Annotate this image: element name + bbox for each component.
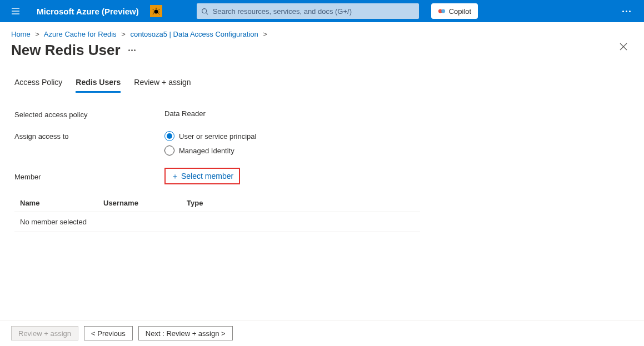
svg-point-3 (154, 9, 158, 13)
radio-label: Managed Identity (179, 147, 234, 155)
table-header: Name Username Type (14, 194, 420, 212)
chevron-right-icon: > (35, 30, 39, 38)
select-member-label: Select member (181, 172, 233, 180)
radio-label: User or service principal (179, 132, 256, 141)
svg-line-12 (206, 12, 208, 14)
row-assign-access: Assign access to User or service princip… (14, 131, 630, 156)
menu-icon[interactable] (4, 0, 27, 22)
label-member: Member (14, 172, 164, 181)
tab-access-policy[interactable]: Access Policy (14, 74, 62, 93)
col-header-name: Name (20, 199, 103, 207)
title-overflow-icon[interactable] (128, 49, 136, 51)
radio-icon (164, 131, 174, 141)
tab-review-assign[interactable]: Review + assign (134, 74, 191, 93)
close-icon[interactable] (620, 43, 627, 52)
value-selected-policy: Data Reader (164, 109, 206, 119)
breadcrumb-home[interactable]: Home (11, 30, 31, 38)
col-header-type: Type (187, 199, 415, 207)
next-button[interactable]: Next : Review + assign > (138, 326, 233, 340)
breadcrumb-resource[interactable]: contosoza5 | Data Access Configuration (130, 30, 258, 38)
svg-point-11 (202, 8, 206, 13)
copilot-button[interactable]: Copilot (431, 3, 478, 19)
members-table: Name Username Type No member selected (14, 194, 420, 232)
breadcrumb-cache[interactable]: Azure Cache for Redis (44, 30, 117, 38)
page-title-row: New Redis User (0, 39, 644, 74)
search-input-wrapper[interactable] (197, 3, 419, 19)
svg-line-9 (153, 13, 154, 14)
empty-state-text: No member selected (20, 218, 87, 226)
topbar: Microsoft Azure (Preview) Copilot (0, 0, 644, 22)
col-header-username: Username (103, 199, 187, 207)
page-title: New Redis User (11, 42, 121, 59)
plus-icon: ＋ (171, 172, 179, 180)
footer-bar: Review + assign < Previous Next : Review… (0, 320, 644, 346)
svg-line-5 (153, 9, 154, 11)
svg-point-14 (441, 9, 445, 13)
label-selected-policy: Selected access policy (14, 109, 164, 119)
svg-line-6 (158, 9, 159, 11)
chevron-right-icon: > (121, 30, 126, 38)
radio-group-assign: User or service principal Managed Identi… (164, 131, 256, 156)
svg-line-10 (158, 13, 159, 14)
tab-strip: Access Policy Redis Users Review + assig… (0, 74, 644, 93)
review-assign-button: Review + assign (11, 326, 78, 340)
copilot-icon (438, 7, 446, 15)
overflow-icon[interactable] (615, 0, 637, 22)
radio-managed-identity[interactable]: Managed Identity (164, 146, 256, 156)
form-area: Selected access policy Data Reader Assig… (0, 93, 644, 184)
breadcrumb: Home > Azure Cache for Redis > contosoza… (0, 22, 644, 39)
previous-button[interactable]: < Previous (84, 326, 133, 340)
search-icon (201, 8, 208, 15)
select-member-button[interactable]: ＋ Select member (164, 168, 240, 184)
search-input[interactable] (213, 7, 415, 16)
row-selected-policy: Selected access policy Data Reader (14, 109, 630, 119)
tab-redis-users[interactable]: Redis Users (76, 74, 121, 93)
radio-user-principal[interactable]: User or service principal (164, 131, 256, 141)
chevron-right-icon: > (263, 30, 267, 38)
radio-icon (164, 146, 174, 156)
preview-bug-icon[interactable] (150, 5, 162, 17)
label-assign-access: Assign access to (14, 131, 164, 156)
copilot-label: Copilot (449, 7, 471, 16)
brand-title[interactable]: Microsoft Azure (Preview) (37, 7, 139, 16)
row-member: Member ＋ Select member (14, 168, 630, 184)
table-row-empty: No member selected (14, 212, 420, 232)
